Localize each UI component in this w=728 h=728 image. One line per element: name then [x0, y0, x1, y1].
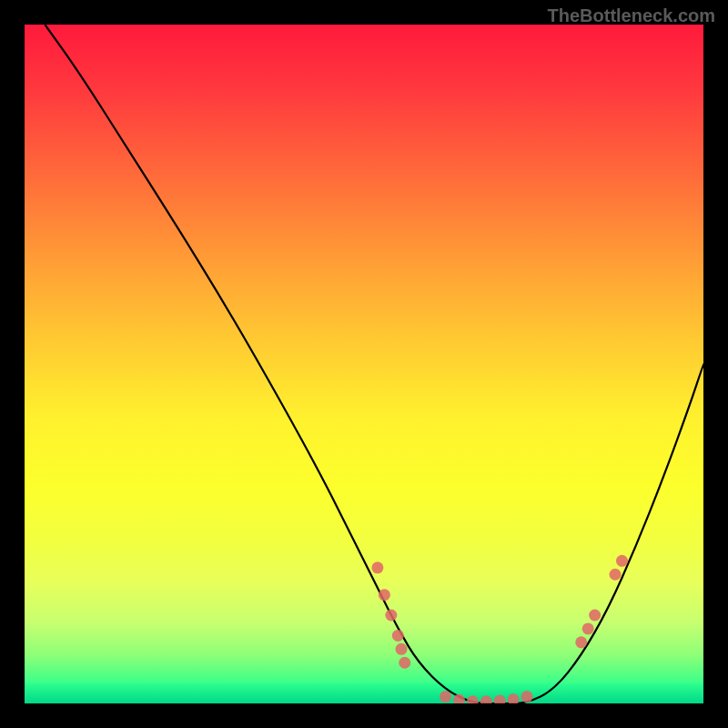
data-point — [494, 695, 506, 703]
data-point — [582, 622, 594, 634]
data-point — [467, 695, 479, 703]
data-point — [575, 636, 587, 648]
data-point — [392, 630, 404, 642]
chart-plot-area — [25, 25, 703, 703]
data-point — [480, 695, 492, 703]
data-point — [521, 691, 533, 703]
data-point — [610, 569, 622, 581]
data-point — [385, 610, 397, 622]
bottleneck-curve-line — [45, 25, 703, 703]
data-point — [589, 610, 601, 622]
data-point — [508, 693, 520, 703]
data-point — [616, 555, 628, 567]
data-point — [396, 643, 408, 655]
watermark-text: TheBottleneck.com — [548, 5, 715, 26]
chart-svg — [25, 25, 703, 703]
data-point-markers — [371, 555, 628, 703]
data-point — [399, 657, 410, 669]
data-point — [379, 589, 390, 601]
data-point — [371, 561, 383, 573]
data-point — [440, 691, 451, 703]
